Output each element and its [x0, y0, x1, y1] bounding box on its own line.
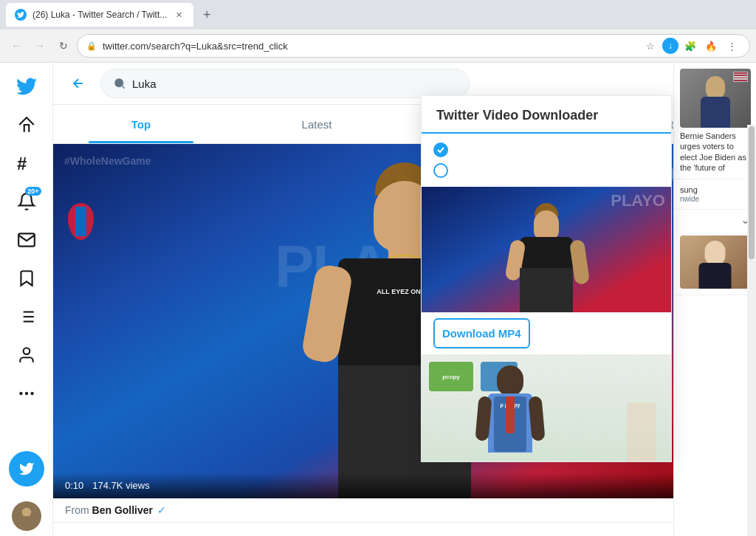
twitter-sidebar: # 20+ [0, 63, 53, 536]
trending-item-samsung[interactable]: sung nwide [674, 179, 756, 210]
svg-point-11 [21, 508, 31, 518]
compose-button[interactable] [9, 451, 44, 487]
tab-favicon [15, 9, 27, 21]
search-input-container[interactable] [100, 69, 470, 98]
popup-header: Twitter Video Downloader [422, 96, 671, 134]
back-nav-button[interactable] [65, 70, 92, 97]
biden-headline: Bernie Sanders urges voters to elect Joe… [680, 131, 750, 173]
popup-thumb-player [502, 202, 591, 312]
browser-scrollbar[interactable] [747, 125, 756, 536]
video-attribution: From Ben Golliver ✓ [53, 498, 756, 523]
user-avatar[interactable] [12, 501, 41, 531]
office-person: p pcopy [481, 365, 540, 461]
sanders-figure [695, 241, 736, 289]
verified-badge: ✓ [157, 504, 166, 516]
sidebar-item-lists[interactable] [9, 299, 44, 334]
sidebar-item-home[interactable] [9, 107, 44, 142]
scrollbar-thumb[interactable] [749, 126, 755, 259]
tab-latest[interactable]: Latest [229, 105, 405, 143]
sidebar-item-bookmarks[interactable] [9, 261, 44, 296]
popup-playoff-text: PLAYO [611, 193, 665, 209]
video-view-count: 174.7K views [92, 480, 149, 491]
new-tab-button[interactable]: + [196, 4, 217, 25]
video-downloader-popup: Twitter Video Downloader [421, 95, 672, 462]
browser-tab[interactable]: (26) Luka - Twitter Search / Twitt... ✕ [6, 3, 193, 27]
menu-button[interactable]: ⋮ [723, 37, 740, 55]
svg-line-13 [122, 86, 124, 88]
tab-title: (26) Luka - Twitter Search / Twitt... [32, 10, 167, 20]
flag-image [733, 72, 748, 82]
emoji-extension[interactable]: 🔥 [702, 37, 720, 55]
popup-title: Twitter Video Downloader [436, 108, 656, 123]
extensions-button[interactable]: 🧩 [681, 37, 699, 55]
biden-figure [697, 76, 734, 128]
svg-point-7 [23, 348, 30, 354]
trending-item-sanders[interactable] [674, 230, 756, 295]
checkbox-row-2[interactable] [433, 163, 659, 178]
popup-thumbnail-2: pcopy p pcopy [422, 354, 671, 461]
samsung-sub: nwide [680, 195, 699, 203]
trending-item-biden[interactable]: Bernie Sanders urges voters to elect Joe… [674, 63, 756, 179]
tab-close-button[interactable]: ✕ [173, 9, 185, 21]
checkbox-row-1[interactable] [433, 142, 659, 157]
svg-point-9 [24, 392, 27, 395]
forward-button[interactable]: → [30, 35, 50, 56]
svg-point-10 [30, 392, 33, 395]
star-button[interactable]: ☆ [642, 37, 659, 55]
right-sidebar-trending: Bernie Sanders urges voters to elect Joe… [673, 63, 756, 536]
svg-point-8 [19, 392, 22, 395]
popup-thumbnail-1: PLAYO [422, 187, 671, 312]
back-button[interactable]: ← [6, 35, 27, 56]
sidebar-item-notifications[interactable]: 20+ [9, 184, 44, 219]
twitter-logo[interactable] [9, 69, 44, 104]
sidebar-item-more[interactable] [9, 376, 44, 411]
author-name: Ben Golliver [92, 504, 153, 516]
show-more-chevron-row: ⌄ [674, 210, 756, 230]
address-text: twitter.com/search?q=Luka&src=trend_clic… [103, 41, 636, 52]
svg-point-12 [114, 78, 123, 87]
search-input[interactable] [132, 78, 457, 90]
sidebar-item-profile[interactable] [9, 337, 44, 373]
whole-new-game-text: #WholeNewGame [64, 155, 151, 167]
biden-image [680, 69, 751, 128]
checkbox-1[interactable] [433, 142, 448, 157]
download-mp4-button[interactable]: Download MP4 [433, 318, 530, 348]
video-controls[interactable]: 0:10 174.7K views [53, 473, 756, 498]
tab-top[interactable]: Top [53, 105, 229, 143]
popup-options [422, 134, 671, 187]
svg-text:#: # [17, 154, 27, 173]
sanders-image [680, 236, 751, 289]
notification-badge: 20+ [25, 187, 41, 196]
sidebar-item-explore[interactable]: # [9, 145, 44, 181]
search-icon [113, 77, 126, 90]
download-indicator[interactable]: ↓ [662, 38, 678, 54]
video-timestamp: 0:10 [65, 480, 83, 491]
address-bar[interactable]: 🔒 twitter.com/search?q=Luka&src=trend_cl… [77, 34, 750, 58]
sidebar-item-messages[interactable] [9, 222, 44, 258]
checkbox-2[interactable] [433, 163, 448, 178]
samsung-text: sung [680, 185, 698, 194]
lock-icon: 🔒 [86, 41, 97, 51]
reload-button[interactable]: ↻ [53, 35, 74, 56]
